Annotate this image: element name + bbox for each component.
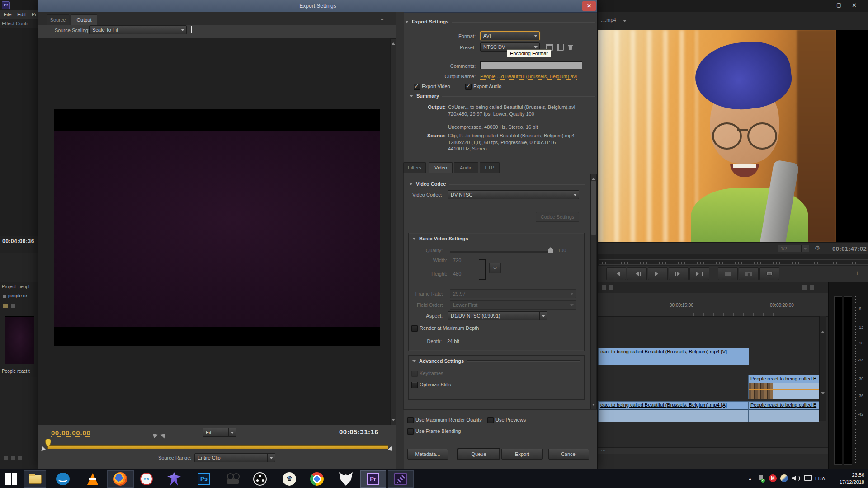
volume-icon[interactable]: [792, 475, 800, 482]
project-panel-tab[interactable]: Project: peopl: [2, 284, 38, 289]
panel-menu-icon[interactable]: ≡: [381, 16, 383, 21]
scroll-down-icon[interactable]: [392, 419, 395, 423]
export-settings-header[interactable]: Export Settings: [405, 19, 595, 25]
taskbar-media-encoder[interactable]: [388, 470, 414, 488]
delete-preset-icon[interactable]: [568, 44, 573, 50]
clock[interactable]: 23:56 17/12/2018: [830, 471, 864, 486]
optimize-stills-checkbox[interactable]: [411, 382, 418, 388]
codec-settings-button[interactable]: Codec Settings: [536, 212, 579, 222]
panel-footer-icon[interactable]: [11, 456, 15, 460]
use-max-render-label[interactable]: Use Maximum Render Quality: [415, 417, 482, 422]
chevron-down-icon[interactable]: [623, 20, 627, 24]
taskbar-firefox[interactable]: [107, 470, 134, 488]
basic-video-settings-header[interactable]: Basic Video Settings: [412, 235, 580, 242]
openoffice-icon[interactable]: [56, 473, 70, 485]
render-max-depth-label[interactable]: Render at Maximum Depth: [420, 325, 479, 331]
aspect-dropdown[interactable]: D1/DV NTSC (0.9091): [448, 311, 547, 320]
panel-menu-icon[interactable]: ≡: [842, 17, 844, 23]
video-codec-dropdown[interactable]: DV NTSC: [448, 190, 579, 199]
export-audio-checkbox[interactable]: [465, 84, 472, 90]
timeline-clip-a2[interactable]: People react to being called B: [748, 401, 819, 422]
language-indicator[interactable]: FRA: [815, 476, 825, 481]
taskbar-premiere-pro[interactable]: Pr: [360, 470, 386, 488]
timeline-clip-v2[interactable]: People react to being called B: [748, 375, 819, 399]
output-name-link[interactable]: People ...d Beautiful (Brussels, Belgium…: [480, 74, 577, 80]
timeline-clip-v1[interactable]: eact to being called Beautiful (Brussels…: [598, 348, 749, 365]
crop-out-icon[interactable]: [160, 430, 169, 438]
export-frame-button[interactable]: [760, 267, 779, 280]
use-frame-blending-checkbox[interactable]: [407, 428, 414, 435]
timeline-settings-icon[interactable]: [810, 285, 814, 290]
video-codec-header[interactable]: Video Codec: [409, 181, 585, 187]
safely-remove-usb-icon[interactable]: ✓: [758, 475, 764, 482]
scroll-down-icon[interactable]: [592, 404, 595, 408]
preview-scrollbar[interactable]: [390, 38, 396, 425]
timeline-header-icon[interactable]: [609, 285, 613, 290]
effect-controls-tab[interactable]: Effect Contr: [0, 19, 38, 28]
format-dropdown[interactable]: AVI: [480, 31, 540, 40]
panel-footer-icon[interactable]: [4, 456, 8, 460]
optimize-stills-label[interactable]: Optimize Stills: [420, 382, 451, 387]
purple-bird-app-icon[interactable]: [167, 472, 181, 486]
scroll-down-icon[interactable]: [821, 392, 825, 396]
playback-resolution-dropdown[interactable]: 1/2: [778, 244, 809, 253]
clip-opacity-line[interactable]: [749, 389, 819, 390]
preview-timeline-bar[interactable]: [47, 445, 388, 449]
use-previews-checkbox[interactable]: [487, 417, 494, 423]
import-preset-icon[interactable]: [557, 44, 564, 51]
clip-thumbnail[interactable]: [5, 316, 34, 364]
list-view-icon[interactable]: [11, 304, 15, 308]
settings-scrollbar[interactable]: [590, 174, 597, 409]
tab-filters[interactable]: Filters: [403, 162, 426, 173]
folder-icon[interactable]: [3, 304, 8, 308]
extract-button[interactable]: [739, 267, 759, 280]
tab-ftp[interactable]: FTP: [480, 162, 500, 173]
queue-button[interactable]: Queue: [458, 449, 500, 460]
screenshot-tool-icon[interactable]: ✂: [140, 473, 153, 485]
media-player-icon[interactable]: [226, 473, 240, 485]
quality-value[interactable]: 100: [558, 248, 566, 253]
obs-studio-icon[interactable]: [253, 472, 267, 486]
tab-video[interactable]: Video: [429, 162, 453, 173]
source-range-dropdown[interactable]: Entire Clip: [194, 453, 275, 462]
window-close-icon[interactable]: ✕: [852, 2, 857, 9]
scroll-up-icon[interactable]: [821, 329, 825, 333]
frame-rate-dropdown[interactable]: 29,97: [450, 289, 576, 298]
quality-slider-track[interactable]: [450, 251, 552, 253]
timeline-ruler[interactable]: 00:00:15:00 00:00:20:00: [598, 293, 828, 317]
use-max-render-checkbox[interactable]: [407, 417, 414, 423]
tab-output[interactable]: Output: [71, 14, 97, 25]
step-back-button[interactable]: [627, 267, 647, 280]
export-audio-label[interactable]: Export Audio: [473, 84, 501, 89]
advanced-settings-header[interactable]: Advanced Settings: [412, 358, 580, 364]
add-button-icon[interactable]: +: [855, 269, 859, 277]
render-max-depth-checkbox[interactable]: [411, 325, 418, 332]
maximize-icon[interactable]: ▢: [836, 2, 841, 8]
monitor-scrub-ruler[interactable]: [598, 254, 868, 266]
menu-clip[interactable]: Pr: [32, 12, 37, 17]
minimize-icon[interactable]: —: [822, 2, 827, 8]
export-video-label[interactable]: Export Video: [422, 84, 450, 89]
go-to-in-button[interactable]: [606, 267, 626, 280]
start-button[interactable]: [5, 473, 18, 485]
tab-source[interactable]: Source: [47, 14, 69, 25]
crown-app-icon[interactable]: ♛: [283, 472, 296, 486]
current-timecode[interactable]: 00:00:00:00: [51, 429, 90, 437]
photoshop-icon[interactable]: Ps: [198, 473, 210, 485]
track-options-icon[interactable]: ···: [601, 448, 606, 453]
use-frame-blending-label[interactable]: Use Frame Blending: [415, 428, 461, 434]
snap-icon[interactable]: [802, 285, 807, 290]
timeline-vertical-scrollbar[interactable]: [819, 316, 826, 421]
play-button[interactable]: [648, 267, 668, 280]
use-previews-label[interactable]: Use Previews: [495, 417, 526, 422]
menu-file[interactable]: File: [4, 12, 12, 17]
range-start-handle[interactable]: [38, 446, 46, 455]
go-to-out-button[interactable]: [689, 267, 709, 280]
dialog-close-icon[interactable]: ✕: [582, 1, 596, 11]
lift-button[interactable]: [718, 267, 738, 280]
scroll-up-icon[interactable]: [592, 176, 595, 180]
settings-wrench-icon[interactable]: ⚙: [815, 244, 820, 251]
timeline-header-icon[interactable]: [602, 285, 606, 290]
panel-footer-icon[interactable]: [18, 456, 22, 460]
step-forward-button[interactable]: [669, 267, 689, 280]
